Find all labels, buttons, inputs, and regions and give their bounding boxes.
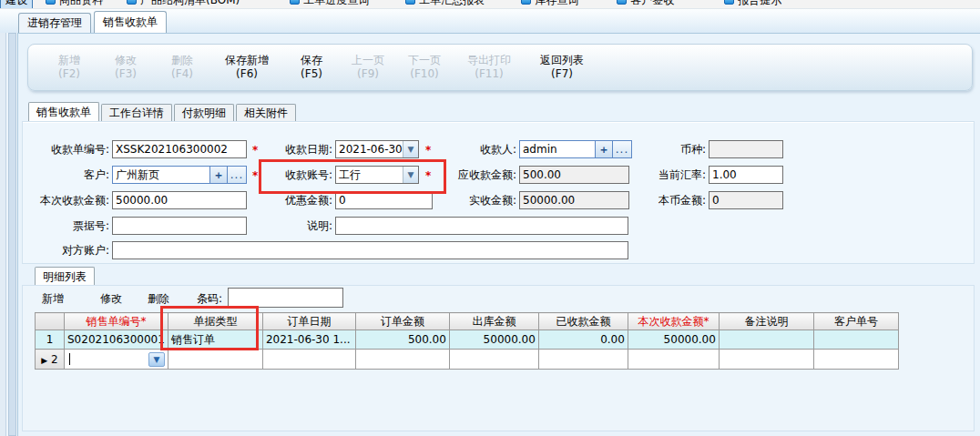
customer-lookup[interactable]: 广州新页 ＋ ... bbox=[112, 166, 247, 184]
col-remark[interactable]: 备注说明 bbox=[719, 313, 813, 330]
plus-icon[interactable]: ＋ bbox=[209, 167, 227, 183]
base-amount-label: 本币金额: bbox=[628, 191, 706, 209]
document-icon bbox=[521, 0, 531, 5]
counter-account-label: 对方账户: bbox=[9, 241, 109, 259]
discount-amount-label: 优惠金额: bbox=[260, 191, 332, 209]
save-button[interactable]: 保存(F5) bbox=[283, 54, 340, 81]
barcode-input[interactable] bbox=[228, 288, 343, 308]
delete-button: 删除(F4) bbox=[154, 54, 210, 81]
currency-label: 币种: bbox=[628, 140, 706, 158]
text-cursor bbox=[69, 353, 70, 365]
receipt-date-label: 收款日期: bbox=[260, 140, 332, 158]
note-label: 说明: bbox=[260, 217, 332, 235]
counter-account-input[interactable] bbox=[112, 241, 628, 259]
document-icon bbox=[290, 0, 300, 5]
row-number: ▶ 2 bbox=[36, 350, 65, 370]
document-icon bbox=[617, 0, 627, 5]
edit-button: 修改(F3) bbox=[97, 54, 154, 81]
required-marker: * bbox=[252, 166, 258, 184]
actual-amount-label: 实收金额: bbox=[444, 191, 516, 209]
prev-page-button: 上一页(F9) bbox=[340, 54, 396, 81]
cell-customer-order-no[interactable] bbox=[813, 330, 898, 350]
document-icon bbox=[127, 0, 137, 5]
exchange-rate-input[interactable]: 1.00 bbox=[709, 166, 783, 184]
currency-input bbox=[709, 140, 783, 158]
receipt-no-input[interactable]: XSSK202106300002 bbox=[112, 140, 247, 158]
col-sales-order-no[interactable]: 销售单编号* bbox=[65, 313, 168, 330]
col-order-amount[interactable]: 订单金额 bbox=[355, 313, 449, 330]
tab-sales-receipt[interactable]: 销售收款单 bbox=[94, 11, 167, 33]
discount-amount-input[interactable]: 0 bbox=[335, 191, 433, 209]
menu-item-label: 建设 bbox=[5, 0, 27, 8]
menu-item-selected[interactable]: 建设 bbox=[0, 0, 33, 9]
main-tab-strip: 进销存管理 销售收款单 bbox=[0, 9, 980, 33]
note-input[interactable] bbox=[335, 217, 628, 235]
col-current-receipt-amount[interactable]: 本次收款金额* bbox=[628, 313, 719, 330]
export-print-button: 导出打印(F11) bbox=[453, 54, 526, 81]
bill-no-label: 票据号: bbox=[9, 217, 109, 235]
new-button: 新增(F2) bbox=[41, 54, 97, 81]
menu-item-customer-sign[interactable]: 客户签收 bbox=[617, 0, 674, 8]
annotation-box-doc-type-column bbox=[160, 306, 259, 350]
col-received-amount[interactable]: 已收款金额 bbox=[538, 313, 628, 330]
chevron-down-icon[interactable]: ▼ bbox=[148, 352, 165, 367]
current-amount-input[interactable]: 50000.00 bbox=[112, 191, 247, 209]
cell-current-receipt-amount[interactable]: 50000.00 bbox=[628, 330, 719, 350]
bill-no-input[interactable] bbox=[112, 217, 247, 235]
cell-sales-order-no-editor[interactable]: ▼ bbox=[65, 350, 168, 370]
receipt-date-combo[interactable]: 2021-06-30 15: ▼ bbox=[335, 140, 419, 158]
cell-remark[interactable] bbox=[719, 330, 813, 350]
menu-item-report-tip[interactable]: 报告提示 bbox=[724, 0, 781, 8]
menu-item-bom[interactable]: 产品结构清单(BOM) bbox=[127, 0, 240, 8]
document-icon bbox=[46, 0, 56, 5]
menu-item-workorder-progress[interactable]: 工单进度查询 bbox=[290, 0, 369, 8]
tab-sales-receipt-form[interactable]: 销售收款单 bbox=[28, 102, 99, 122]
menu-item-products[interactable]: 商品资料 bbox=[46, 0, 103, 8]
table-row-new[interactable]: ▶ 2 ▼ bbox=[36, 350, 899, 370]
toolbar: 新增(F2) 修改(F3) 删除(F4) 保存新增(F6) 保存(F5) 上一页… bbox=[27, 44, 973, 91]
col-outbound-amount[interactable]: 出库金额 bbox=[449, 313, 538, 330]
payee-label: 收款人: bbox=[444, 140, 516, 158]
save-and-new-button[interactable]: 保存新增(F6) bbox=[210, 54, 283, 81]
form-tab-strip: 销售收款单 工作台详情 付款明细 相关附件 bbox=[28, 102, 298, 122]
cell-order-amount[interactable]: 500.00 bbox=[355, 330, 449, 350]
annotation-box-receipt-account bbox=[259, 159, 446, 194]
base-amount-input: 0 bbox=[709, 191, 783, 209]
payee-lookup[interactable]: admin ＋ ... bbox=[519, 140, 632, 158]
menu-item-stock-query[interactable]: 库存查询 bbox=[521, 0, 578, 8]
grid-corner bbox=[36, 313, 65, 330]
col-customer-order-no[interactable]: 客户单号 bbox=[813, 313, 898, 330]
menu-item-workorder-report[interactable]: 工单汇总报表 bbox=[405, 0, 485, 8]
back-to-list-button[interactable]: 返回列表(F7) bbox=[526, 54, 598, 81]
tab-attachments[interactable]: 相关附件 bbox=[236, 104, 296, 122]
required-marker: * bbox=[252, 140, 258, 158]
detail-edit-button[interactable]: 修改 bbox=[91, 291, 131, 307]
tab-workbench-detail[interactable]: 工作台详情 bbox=[101, 104, 172, 122]
receivable-amount-input: 500.00 bbox=[519, 166, 629, 184]
cell-order-date[interactable]: 2021-06-30 1... bbox=[262, 330, 355, 350]
ellipsis-icon[interactable]: ... bbox=[227, 167, 246, 183]
receipt-no-label: 收款单编号: bbox=[9, 140, 109, 158]
tab-payment-detail[interactable]: 付款明细 bbox=[174, 104, 234, 122]
top-menu-bar: 建设 商品资料 产品结构清单(BOM) 工单进度查询 工单汇总报表 库存查询 客… bbox=[0, 0, 980, 9]
exchange-rate-label: 当前汇率: bbox=[628, 166, 706, 184]
customer-label: 客户: bbox=[9, 166, 109, 184]
detail-delete-button[interactable]: 删除 bbox=[138, 291, 179, 307]
chevron-down-icon[interactable]: ▼ bbox=[403, 141, 418, 157]
barcode-label: 条码: bbox=[182, 289, 222, 308]
tab-inventory-management[interactable]: 进销存管理 bbox=[18, 13, 91, 33]
row-number: 1 bbox=[36, 330, 65, 350]
next-page-button: 下一页(F10) bbox=[396, 54, 453, 81]
document-icon bbox=[724, 0, 734, 5]
cell-received-amount[interactable]: 0.00 bbox=[538, 330, 628, 350]
plus-icon[interactable]: ＋ bbox=[595, 141, 612, 157]
required-marker: * bbox=[425, 140, 431, 158]
cell-outbound-amount[interactable]: 50000.00 bbox=[449, 330, 538, 350]
current-row-marker-icon: ▶ bbox=[41, 356, 47, 365]
cell-sales-order-no[interactable]: S0202106300001 bbox=[65, 330, 168, 350]
actual-amount-input: 50000.00 bbox=[519, 191, 629, 209]
left-splitter[interactable] bbox=[0, 33, 6, 436]
col-order-date[interactable]: 订单日期 bbox=[262, 313, 355, 330]
tab-detail-list[interactable]: 明细列表 bbox=[35, 267, 95, 286]
detail-add-button[interactable]: 新增 bbox=[33, 291, 73, 307]
